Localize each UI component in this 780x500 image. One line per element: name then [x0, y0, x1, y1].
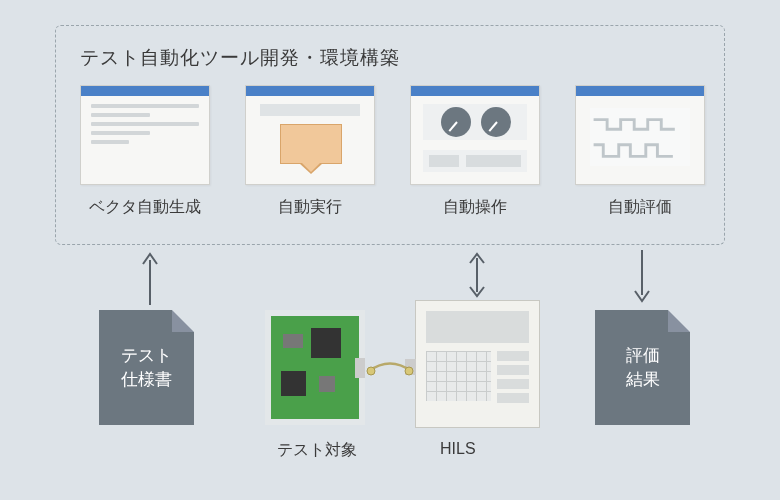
card-auto-operate: 自動操作: [410, 85, 540, 218]
document-test-spec-icon: テスト 仕様書: [99, 310, 194, 425]
hardware-label-hils: HILS: [440, 440, 476, 458]
svg-point-1: [405, 367, 413, 375]
pcb-icon: [265, 310, 365, 425]
card-label: 自動操作: [410, 197, 540, 218]
arrow-bidirectional-icon: [467, 250, 487, 300]
card-auto-eval: 自動評価: [575, 85, 705, 218]
window-mock-icon: [80, 85, 210, 185]
document-eval-result-icon: 評価 結果: [595, 310, 690, 425]
window-mock-icon: [245, 85, 375, 185]
window-mock-icon: [410, 85, 540, 185]
arrow-up-icon: [140, 250, 160, 305]
card-vector-generation: ベクタ自動生成: [80, 85, 210, 218]
section-title: テスト自動化ツール開発・環境構築: [80, 45, 400, 71]
connection-wire-icon: [367, 362, 413, 380]
doc-label: 評価 結果: [626, 344, 660, 392]
card-label: 自動実行: [245, 197, 375, 218]
card-label: 自動評価: [575, 197, 705, 218]
card-auto-exec: 自動実行: [245, 85, 375, 218]
gauge-icon: [441, 107, 471, 137]
flowchart-arrow-icon: [280, 124, 342, 164]
gauge-icon: [481, 107, 511, 137]
arrow-down-icon: [632, 250, 652, 305]
card-label: ベクタ自動生成: [80, 197, 210, 218]
window-mock-icon: [575, 85, 705, 185]
svg-point-0: [367, 367, 375, 375]
doc-label: テスト 仕様書: [121, 344, 172, 392]
waveform-icon: [590, 108, 690, 166]
hils-equipment-icon: [415, 300, 540, 428]
hardware-label-test-target: テスト対象: [277, 440, 357, 461]
